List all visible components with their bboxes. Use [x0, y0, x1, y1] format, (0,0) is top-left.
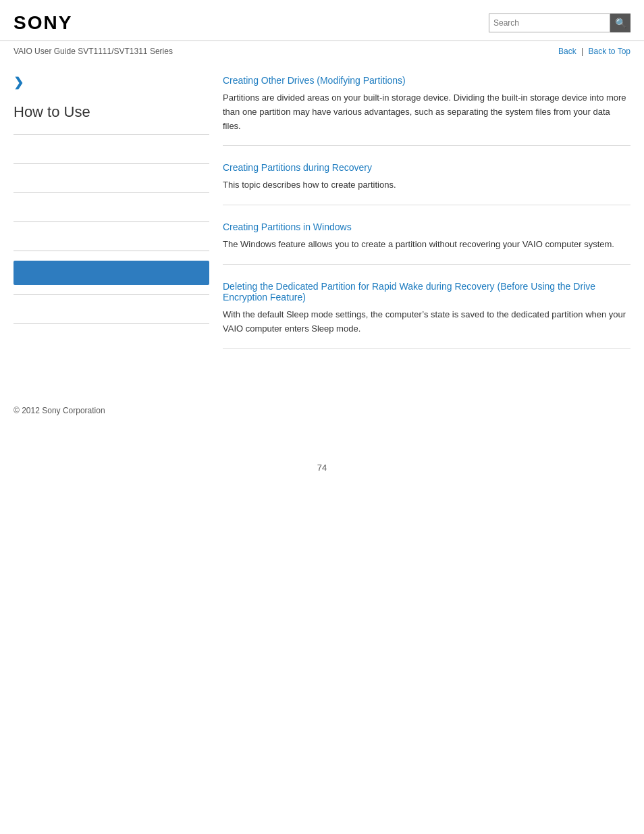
topic-desc-1: Partitions are divided areas on your bui… [223, 91, 630, 133]
sidebar-item-1 [14, 145, 209, 154]
sidebar-highlight[interactable] [14, 261, 209, 285]
sidebar-divider-4 [14, 221, 209, 222]
main-content: ❯ How to Use Creating Other Drives (Modi… [0, 61, 644, 386]
topic-desc-3: The Windows feature allows you to create… [223, 238, 630, 252]
copyright: © 2012 Sony Corporation [14, 406, 105, 415]
nav-bar: VAIO User Guide SVT1111/SVT1311 Series B… [0, 41, 644, 61]
page-number: 74 [0, 463, 644, 473]
sidebar-divider-2 [14, 163, 209, 164]
sidebar-divider-1 [14, 134, 209, 135]
topic-desc-2: This topic describes how to create parti… [223, 178, 630, 192]
topic-section-3: Creating Partitions in Windows The Windo… [223, 221, 630, 265]
search-button[interactable]: 🔍 [610, 14, 630, 32]
content-area: Creating Other Drives (Modifying Partiti… [223, 68, 630, 365]
search-input[interactable] [489, 14, 610, 32]
search-icon: 🔍 [615, 18, 626, 28]
topic-section-4: Deleting the Dedicated Partition for Rap… [223, 281, 630, 349]
sony-logo: SONY [14, 12, 72, 34]
topic-title-1[interactable]: Creating Other Drives (Modifying Partiti… [223, 75, 406, 86]
footer: © 2012 Sony Corporation [0, 386, 644, 422]
sidebar-title: How to Use [14, 103, 209, 121]
sidebar-divider-3 [14, 192, 209, 193]
nav-links: Back | Back to Top [558, 47, 630, 56]
topic-desc-4: With the default Sleep mode settings, th… [223, 308, 630, 336]
sidebar: ❯ How to Use [14, 68, 223, 365]
topic-section-1: Creating Other Drives (Modifying Partiti… [223, 75, 630, 146]
header: SONY 🔍 [0, 0, 644, 41]
nav-separator: | [581, 47, 583, 56]
topic-title-2[interactable]: Creating Partitions during Recovery [223, 162, 372, 173]
topic-title-3[interactable]: Creating Partitions in Windows [223, 221, 352, 232]
back-to-top-link[interactable]: Back to Top [589, 47, 630, 56]
sidebar-divider-7 [14, 323, 209, 324]
topic-title-4[interactable]: Deleting the Dedicated Partition for Rap… [223, 281, 630, 303]
back-link[interactable]: Back [558, 47, 576, 56]
sidebar-item-3 [14, 203, 209, 212]
search-box: 🔍 [489, 14, 630, 32]
guide-title: VAIO User Guide SVT1111/SVT1311 Series [14, 47, 173, 56]
sidebar-item-4 [14, 232, 209, 241]
sidebar-arrow[interactable]: ❯ [14, 75, 209, 90]
sidebar-divider-5 [14, 251, 209, 251]
topic-section-2: Creating Partitions during Recovery This… [223, 162, 630, 205]
sidebar-item-2 [14, 174, 209, 183]
sidebar-divider-6 [14, 294, 209, 295]
sidebar-item-5 [14, 305, 209, 314]
